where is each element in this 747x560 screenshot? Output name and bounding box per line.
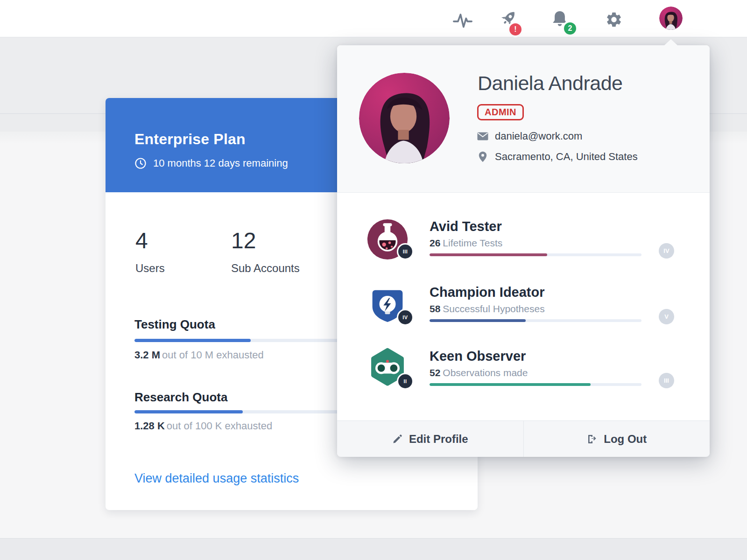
log-out-label: Log Out bbox=[604, 433, 647, 446]
achievement-title: Avid Tester bbox=[430, 219, 502, 234]
pencil-icon bbox=[392, 434, 403, 444]
stat-users: 4 Users bbox=[135, 228, 165, 275]
research-quota-used: 1.28 K bbox=[134, 420, 165, 432]
plan-remaining-text: 10 months 12 days remaining bbox=[153, 157, 288, 169]
edit-profile-button[interactable]: Edit Profile bbox=[337, 421, 523, 457]
achievement-progress-fill bbox=[430, 319, 526, 322]
research-quota-fill bbox=[134, 410, 243, 413]
dropdown-caret bbox=[664, 39, 677, 45]
level-badge: II bbox=[397, 373, 414, 390]
achievement-row-champion-ideator: IV Champion Ideator 58Successful Hypothe… bbox=[337, 285, 710, 333]
envelope-icon bbox=[477, 132, 488, 140]
testing-quota-used: 3.2 M bbox=[134, 349, 160, 361]
app-screen: ! 2 Enterprise Plan bbox=[0, 0, 747, 560]
profile-email: daniela@work.com bbox=[495, 130, 582, 142]
achievement-title: Keen Observer bbox=[430, 349, 526, 364]
next-level-badge: IV bbox=[659, 243, 674, 259]
topbar-avatar[interactable] bbox=[659, 7, 683, 30]
achievement-subtitle: 52Observations made bbox=[430, 367, 528, 378]
profile-name: Daniela Andrade bbox=[478, 72, 622, 95]
stat-subaccounts: 12 Sub Accounts bbox=[231, 228, 300, 275]
achievement-title: Champion Ideator bbox=[430, 285, 545, 300]
achievement-progress-fill bbox=[430, 253, 547, 256]
next-level-badge: V bbox=[659, 309, 674, 324]
top-navigation-bar bbox=[0, 0, 747, 37]
gear-icon[interactable] bbox=[604, 10, 624, 29]
profile-avatar bbox=[359, 73, 450, 163]
avatar-image-large bbox=[359, 73, 450, 163]
achievement-row-avid-tester: III Avid Tester 26Lifetime Tests IV bbox=[337, 219, 710, 267]
plan-title: Enterprise Plan bbox=[134, 131, 246, 148]
achievement-metric: Observations made bbox=[443, 367, 528, 378]
logout-icon bbox=[586, 434, 598, 445]
email-row: daniela@work.com bbox=[477, 130, 582, 142]
bell-icon[interactable]: 2 bbox=[550, 8, 570, 30]
role-badge: ADMIN bbox=[477, 104, 524, 120]
achievement-progress-bar bbox=[430, 383, 641, 386]
activity-icon[interactable] bbox=[452, 10, 473, 31]
testing-quota-title: Testing Quota bbox=[134, 317, 215, 332]
avatar-image bbox=[659, 7, 683, 30]
achievement-row-keen-observer: II Keen Observer 52Observations made III bbox=[337, 349, 710, 397]
stat-users-value: 4 bbox=[135, 228, 165, 253]
page-background-bottom bbox=[0, 538, 747, 560]
location-pin-icon bbox=[477, 151, 488, 162]
next-level-badge: III bbox=[659, 373, 674, 388]
edit-profile-label: Edit Profile bbox=[409, 433, 468, 446]
plan-remaining: 10 months 12 days remaining bbox=[134, 157, 288, 169]
location-row: Sacramento, CA, United States bbox=[477, 151, 638, 163]
research-quota-title: Research Quota bbox=[134, 390, 227, 405]
research-quota-rest: out of 100 K exhausted bbox=[167, 420, 272, 432]
testing-quota-rest: out of 10 M exhausted bbox=[162, 349, 264, 361]
achievement-metric: Successful Hypotheses bbox=[443, 303, 544, 314]
stat-subaccounts-label: Sub Accounts bbox=[231, 262, 300, 275]
log-out-button[interactable]: Log Out bbox=[524, 421, 710, 457]
gear-glyph bbox=[605, 11, 623, 28]
bell-count-badge: 2 bbox=[562, 21, 578, 36]
achievement-progress-bar bbox=[430, 253, 641, 256]
clock-icon bbox=[134, 157, 147, 169]
dropdown-footer: Edit Profile Log Out bbox=[337, 420, 710, 457]
profile-location: Sacramento, CA, United States bbox=[495, 151, 638, 163]
stat-users-label: Users bbox=[135, 262, 165, 275]
research-quota-caption: 1.28 Kout of 100 K exhausted bbox=[134, 420, 272, 432]
profile-dropdown: Daniela Andrade ADMIN daniela@work.com S… bbox=[337, 45, 710, 456]
rocket-icon[interactable]: ! bbox=[498, 8, 519, 29]
achievement-count: 52 bbox=[430, 367, 440, 378]
pulse-glyph bbox=[453, 11, 472, 30]
achievement-subtitle: 26Lifetime Tests bbox=[430, 238, 502, 249]
level-badge: III bbox=[397, 243, 414, 260]
achievement-metric: Lifetime Tests bbox=[443, 238, 502, 248]
testing-quota-caption: 3.2 Mout of 10 M exhausted bbox=[134, 349, 264, 361]
achievement-subtitle: 58Successful Hypotheses bbox=[430, 303, 545, 315]
achievement-count: 58 bbox=[430, 303, 440, 314]
level-badge: IV bbox=[397, 309, 414, 326]
stat-subaccounts-value: 12 bbox=[231, 228, 300, 253]
testing-quota-fill bbox=[134, 339, 251, 342]
achievement-progress-fill bbox=[430, 383, 591, 386]
usage-statistics-link[interactable]: View detailed usage statistics bbox=[134, 471, 299, 486]
achievement-progress-bar bbox=[430, 319, 641, 322]
achievement-count: 26 bbox=[430, 238, 440, 248]
rocket-alert-badge: ! bbox=[507, 21, 523, 37]
